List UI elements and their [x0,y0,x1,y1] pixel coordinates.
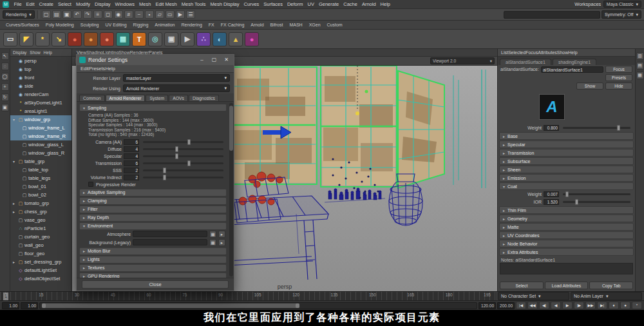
attribute-editor-menu-item[interactable]: Help [568,50,577,55]
slider-value-field[interactable]: 6 [124,160,139,166]
playback-end-field[interactable]: 120.00 [478,302,496,309]
cone-light-icon[interactable]: ▲ [229,32,243,46]
shelf-tab[interactable]: Animation [151,23,178,27]
texture-map-button[interactable]: ▦ [209,231,216,238]
scale-tool-icon[interactable]: ▣ [1,104,9,111]
environment-field[interactable] [133,239,207,245]
show-button[interactable]: Show [576,82,603,90]
menubar-item[interactable]: Cache [341,1,360,7]
attribute-editor-menu-item[interactable]: Focus [526,50,538,55]
outliner-item[interactable]: ▢ curtain_geo [10,233,71,241]
dialog-tab[interactable]: AOVs [169,95,188,101]
range-start-cap[interactable] [42,303,46,308]
attribute-section-header[interactable]: ▸ Base [499,132,634,140]
outliner-item[interactable]: ▢ table_legs [10,174,71,182]
shelf-tab[interactable]: Custom [324,23,346,27]
select-object-icon[interactable]: ◻ [104,10,113,19]
attribute-section-header[interactable]: ▸ Extra Attributes [499,248,634,256]
menubar-item[interactable]: Modify [73,1,92,7]
slider-value-field[interactable]: 4 [124,153,139,159]
ipr-shelf-icon[interactable]: ▶ [180,32,194,46]
weight-value-field[interactable]: 0.800 [544,125,559,131]
paint-select-tool-icon[interactable]: ◯ [1,73,9,81]
copy-tab-button[interactable]: Copy Tab [589,282,633,289]
time-slider[interactable]: 1 1153045607590105120135150165180195 [0,291,496,300]
outliner-item[interactable]: ◉ renderCam [10,90,71,99]
attribute-slider[interactable] [563,201,630,203]
slider-handle[interactable] [575,199,578,205]
shelf-tab[interactable]: Bifrost [267,23,287,27]
expand-arrow-icon[interactable]: ▾ [13,159,17,164]
attribute-section-header[interactable]: ▸ Matte [499,223,634,231]
directional-light-icon[interactable]: ↘ [52,32,66,46]
menubar-item[interactable]: Surfaces [261,1,285,7]
menubar-item[interactable]: Edit [24,1,37,7]
rotate-tool-icon[interactable]: ↻ [1,93,9,101]
outliner-item[interactable]: ▢ bowl_01 [10,182,71,191]
dialog-menu-item[interactable]: Presets [89,66,105,72]
attribute-editor-menu-item[interactable]: Selected [508,50,526,55]
step-back-key-icon[interactable]: ◀| [539,302,549,309]
select-tool-icon[interactable]: ↖ [1,52,9,60]
maximize-button[interactable]: ▢ [209,56,219,64]
slider-handle[interactable] [163,168,166,173]
go-to-start-icon[interactable]: |◀ [516,302,526,309]
snap-to-point-icon[interactable]: • [145,10,154,19]
expand-arrow-icon[interactable]: ▸ [13,260,17,264]
attribute-editor-tab-icon[interactable]: ▥ [636,52,644,60]
outliner-item[interactable]: * aiSkyDomeLight1 [10,99,71,107]
step-forward-frame-icon[interactable]: ▶▶ [585,302,596,309]
slider-track[interactable] [143,148,223,150]
menubar-item[interactable]: Curves [242,1,261,7]
area-light-icon[interactable]: ▭ [3,32,17,46]
attribute-slider[interactable] [563,193,630,195]
move-tool-icon[interactable]: + [1,83,9,91]
outliner-item[interactable]: ▸ ▢ set_dressing_grp [10,258,71,266]
outliner-item[interactable]: ▢ table_top [10,166,71,174]
menubar-item[interactable]: Arnold [359,1,378,7]
outliner-item[interactable]: ◉ front [10,73,71,82]
expand-arrow-icon[interactable]: ▸ [13,201,17,206]
shelf-tab[interactable]: FX Caching [218,23,248,27]
auto-key-icon[interactable]: ● [620,302,630,309]
channel-box-tab-icon[interactable]: ▦ [636,72,644,79]
dialog-menu-item[interactable]: Edit [80,66,89,72]
tool-settings-tab-icon[interactable]: ▤ [636,62,644,70]
outliner-item[interactable]: ▸ ▢ chess_grp [10,207,71,216]
render-section-header[interactable]: ▸ Adaptive Sampling [79,189,227,197]
snap-to-grid-icon[interactable]: # [124,10,133,19]
outliner-menu-item[interactable]: Help [44,50,55,55]
render-section-header[interactable]: ▸ Lights [79,256,227,264]
set-key-icon[interactable]: ♦ [609,302,619,309]
menubar-item[interactable]: Mesh Display [208,1,242,7]
render-section-header[interactable]: ▸ GPU Rendering [79,273,227,278]
outliner-item[interactable]: ▾ ▢ table_grp [10,157,71,166]
attribute-section-header[interactable]: ▸ Thin Film [499,206,634,214]
hypershade-icon[interactable]: ◎ [148,32,162,46]
attribute-value-field[interactable]: 1.520 [544,199,559,205]
outliner-item[interactable]: ▢ vase_geo [10,216,71,224]
attribute-section-header[interactable]: ▸ Emission [499,174,634,182]
load-attributes-button[interactable]: Load Attributes [545,282,589,289]
slider-handle[interactable] [175,146,178,152]
close-button[interactable]: Close [82,280,229,289]
dialog-tab[interactable]: Common [79,95,105,101]
slider-handle[interactable] [617,125,620,131]
presets-button[interactable]: Presets [605,74,632,81]
step-back-frame-icon[interactable]: ◀◀ [527,302,538,309]
attribute-editor-menu-item[interactable]: Show [557,50,569,55]
outliner-item[interactable]: ◉ top [10,65,71,73]
symmetry-dropdown[interactable]: Symmetry: Off ▾ [601,10,641,19]
attribute-section-header[interactable]: ▸ Transmission [499,149,634,157]
render-current-frame-icon[interactable]: ▣ [164,32,178,46]
shader-ball-set-icon[interactable]: ∴ [196,32,211,46]
workspace-dropdown[interactable]: Maya Classic ▾ [603,1,641,8]
outliner-item[interactable]: ∴ nParticle1 [10,224,71,233]
anim-layer-dropdown[interactable]: No Anim Layer ▾ [571,292,642,300]
outliner-item[interactable]: ▢ window_frame_R [10,132,71,140]
slider-track[interactable] [143,141,223,143]
arnold-material-swatch[interactable]: A [539,94,565,120]
menubar-item[interactable]: File [12,1,24,7]
menubar-item[interactable]: Select [56,1,74,7]
render-section-header[interactable]: ▸ Ray Depth [79,214,227,222]
